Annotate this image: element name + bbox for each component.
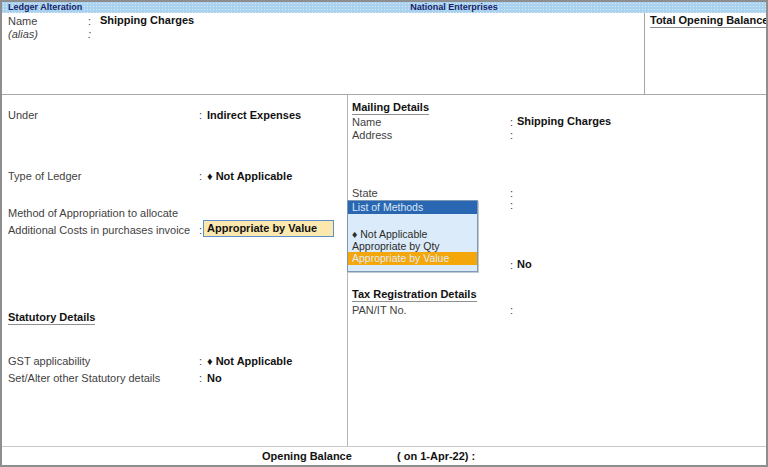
mailing-name-label: Name <box>352 116 381 128</box>
colon: : <box>199 170 202 182</box>
list-of-methods-title: List of Methods <box>348 201 477 214</box>
list-of-methods-dropdown: List of Methods ♦ Not Applicable Appropr… <box>347 200 478 272</box>
title-bar: Ledger Alteration National Enterprises <box>2 2 766 13</box>
dropdown-item-appropriate-by-qty[interactable]: Appropriate by Qty <box>348 240 477 252</box>
opening-balance-date[interactable]: ( on 1-Apr-22) : <box>397 450 475 462</box>
set-alter-statutory-value[interactable]: No <box>207 372 222 384</box>
colon: : <box>510 187 513 199</box>
address-label: Address <box>352 129 392 141</box>
pan-it-no-label: PAN/IT No. <box>352 304 407 316</box>
dropdown-item-not-applicable[interactable]: ♦ Not Applicable <box>348 228 477 240</box>
method-of-appropriation-field[interactable]: Appropriate by Value <box>203 220 334 237</box>
mailing-name-value[interactable]: Shipping Charges <box>517 115 611 127</box>
mailing-details-heading: Mailing Details <box>352 101 429 115</box>
bottom-divider <box>2 446 766 447</box>
colon: : <box>510 116 513 128</box>
colon: : <box>199 109 202 121</box>
dropdown-spacer <box>348 214 477 228</box>
type-of-ledger-label: Type of Ledger <box>8 170 81 182</box>
total-opening-balance-heading: Total Opening Balance <box>650 14 768 28</box>
ledger-alteration-window: Ledger Alteration National Enterprises N… <box>0 0 768 467</box>
method-of-appropriation-label-line2: Additional Costs in purchases invoice <box>8 224 190 236</box>
alias-label: (alias) <box>8 28 38 40</box>
total-opening-balance-box: Total Opening Balance <box>644 13 768 94</box>
under-label: Under <box>8 109 38 121</box>
colon: : <box>510 199 513 211</box>
type-of-ledger-value[interactable]: ♦ Not Applicable <box>207 170 292 182</box>
colon: : <box>199 372 202 384</box>
statutory-details-heading: Statutory Details <box>8 311 95 325</box>
company-name: National Enterprises <box>410 2 498 13</box>
colon: : <box>510 304 513 316</box>
gst-applicability-value[interactable]: ♦ Not Applicable <box>207 355 292 367</box>
opening-balance-label: Opening Balance <box>262 450 352 462</box>
dropdown-item-appropriate-by-value[interactable]: Appropriate by Value <box>348 252 477 265</box>
colon: : <box>510 129 513 141</box>
screen-title: Ledger Alteration <box>8 2 82 13</box>
colon: : <box>510 259 513 271</box>
set-alter-statutory-label: Set/Alter other Statutory details <box>8 372 160 384</box>
tax-registration-details-heading: Tax Registration Details <box>352 288 477 302</box>
colon: : <box>88 15 91 27</box>
header-divider <box>2 94 766 95</box>
name-label: Name <box>8 15 37 27</box>
under-value[interactable]: Indirect Expenses <box>207 109 301 121</box>
method-of-appropriation-label-line1: Method of Appropriation to allocate <box>8 207 178 219</box>
ledger-name-value[interactable]: Shipping Charges <box>100 14 194 26</box>
provide-bank-details-value[interactable]: No <box>517 258 532 270</box>
gst-applicability-label: GST applicability <box>8 355 90 367</box>
colon: : <box>199 224 202 236</box>
colon: : <box>88 28 91 40</box>
colon: : <box>199 355 202 367</box>
state-label: State <box>352 187 378 199</box>
